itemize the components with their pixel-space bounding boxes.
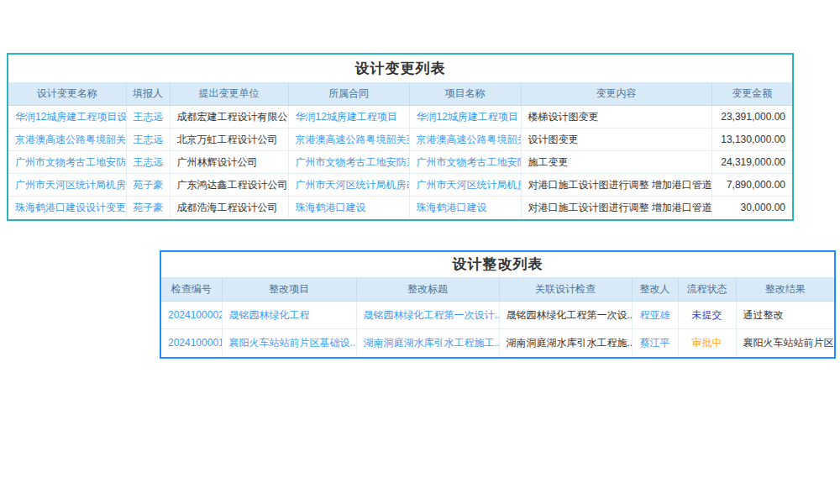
col-header-contract: 所属合同	[288, 82, 409, 106]
change-name-link[interactable]: 广州市天河区统计局机房改...	[8, 174, 126, 197]
propose-unit-cell: 北京万虹工程设计公司	[170, 129, 288, 151]
contract-link[interactable]: 华润12城房建工程项目	[288, 106, 409, 129]
reporter-link[interactable]: 王志远	[126, 106, 170, 129]
design-rectify-list-title: 设计整改列表	[161, 252, 834, 277]
change-name-link[interactable]: 广州市文物考古工地安防系...	[8, 151, 126, 174]
project-link[interactable]: 京港澳高速公路粤境韶关至...	[409, 129, 521, 151]
propose-unit-cell: 广东鸿达鑫工程设计公司	[170, 174, 288, 197]
design-change-list-title: 设计变更列表	[8, 55, 792, 82]
status-badge: 审批中	[678, 329, 736, 357]
propose-unit-cell: 成都浩海工程设计公司	[170, 197, 288, 219]
change-table-header-row: 设计变更名称 填报人 提出变更单位 所属合同 项目名称 变更内容 变更金额	[8, 82, 792, 106]
design-change-table: 设计变更名称 填报人 提出变更单位 所属合同 项目名称 变更内容 变更金额 华润…	[8, 82, 792, 219]
propose-unit-cell: 成都宏建工程设计有限公司	[170, 106, 288, 129]
change-amount-cell: 23,391,000.00	[711, 106, 792, 129]
status-badge: 未提交	[678, 302, 736, 329]
col-header-propose-unit: 提出变更单位	[170, 82, 288, 106]
project-link[interactable]: 珠海鹤港口建设	[409, 197, 521, 219]
propose-unit-cell: 广州林辉设计公司	[170, 151, 288, 174]
check-no-link[interactable]: 2024100002	[161, 302, 222, 329]
contract-link[interactable]: 广州市天河区统计局机房改...	[288, 174, 409, 197]
col-header-rectify-result: 整改结果	[736, 277, 834, 302]
change-amount-cell: 24,319,000.00	[711, 151, 792, 174]
table-row: 华润12城房建工程项目设计... 王志远 成都宏建工程设计有限公司 华润12城房…	[8, 106, 792, 129]
change-name-link[interactable]: 珠海鹤港口建设设计变更	[8, 197, 126, 219]
contract-link[interactable]: 珠海鹤港口建设	[288, 197, 409, 219]
col-header-project-name: 项目名称	[409, 82, 521, 106]
change-content-cell: 对港口施工设计图进行调整 增加港口管道建设工程	[521, 174, 711, 197]
rectify-project-link[interactable]: 晟铭园林绿化工程	[222, 302, 356, 329]
table-row: 2024100002 晟铭园林绿化工程 晟铭园林绿化工程第一次设计... 晟铭园…	[161, 302, 834, 329]
change-content-cell: 对港口施工设计图进行调整 增加港口管道建设工程	[521, 197, 711, 219]
change-amount-cell: 30,000.00	[711, 197, 792, 219]
col-header-check-no: 检查编号	[161, 277, 222, 302]
col-header-change-content: 变更内容	[521, 82, 711, 106]
change-name-link[interactable]: 京港澳高速公路粤境韶关至...	[8, 129, 126, 151]
rectify-table-header-row: 检查编号 整改项目 整改标题 关联设计检查 整改人 流程状态 整改结果	[161, 277, 834, 302]
table-row: 2024100001 襄阳火车站站前片区基础设... 湖南洞庭湖水库引水工程施工…	[161, 329, 834, 357]
change-name-link[interactable]: 华润12城房建工程项目设计...	[8, 106, 126, 129]
col-header-rectify-project: 整改项目	[222, 277, 356, 302]
rectify-person-link[interactable]: 程亚雄	[632, 302, 678, 329]
col-header-reporter: 填报人	[126, 82, 170, 106]
rectify-result-cell: 襄阳火车站站前片区...	[736, 329, 834, 357]
table-row: 广州市天河区统计局机房改... 苑子豪 广东鸿达鑫工程设计公司 广州市天河区统计…	[8, 174, 792, 197]
table-row: 珠海鹤港口建设设计变更 苑子豪 成都浩海工程设计公司 珠海鹤港口建设 珠海鹤港口…	[8, 197, 792, 219]
related-check-cell: 湖南洞庭湖水库引水工程施...	[499, 329, 632, 357]
rectify-title-link[interactable]: 晟铭园林绿化工程第一次设计...	[356, 302, 499, 329]
project-link[interactable]: 华润12城房建工程项目	[409, 106, 521, 129]
rectify-title-link[interactable]: 湖南洞庭湖水库引水工程施工...	[356, 329, 499, 357]
col-header-change-amount: 变更金额	[711, 82, 792, 106]
check-no-link[interactable]: 2024100001	[161, 329, 222, 357]
project-link[interactable]: 广州市天河区统计局机房改...	[409, 174, 521, 197]
col-header-rectify-title: 整改标题	[356, 277, 499, 302]
project-link[interactable]: 广州市文物考古工地安防系...	[409, 151, 521, 174]
change-content-cell: 设计图变更	[521, 129, 711, 151]
reporter-link[interactable]: 王志远	[126, 129, 170, 151]
col-header-change-name: 设计变更名称	[8, 82, 126, 106]
reporter-link[interactable]: 王志远	[126, 151, 170, 174]
table-row: 京港澳高速公路粤境韶关至... 王志远 北京万虹工程设计公司 京港澳高速公路粤境…	[8, 129, 792, 151]
reporter-link[interactable]: 苑子豪	[126, 197, 170, 219]
col-header-rectify-person: 整改人	[632, 277, 678, 302]
change-content-cell: 楼梯设计图变更	[521, 106, 711, 129]
change-content-cell: 施工变更	[521, 151, 711, 174]
rectify-person-link[interactable]: 蔡江平	[632, 329, 678, 357]
table-row: 广州市文物考古工地安防系... 王志远 广州林辉设计公司 广州市文物考古工地安防…	[8, 151, 792, 174]
reporter-link[interactable]: 苑子豪	[126, 174, 170, 197]
design-rectify-list-panel: 设计整改列表 检查编号 整改项目 整改标题 关联设计检查 整改人 流程状态 整改…	[160, 250, 836, 359]
contract-link[interactable]: 广州市文物考古工地安防系...	[288, 151, 409, 174]
design-rectify-table: 检查编号 整改项目 整改标题 关联设计检查 整改人 流程状态 整改结果 2024…	[161, 277, 834, 357]
contract-link[interactable]: 京港澳高速公路粤境韶关至...	[288, 129, 409, 151]
related-check-cell: 晟铭园林绿化工程第一次设...	[499, 302, 632, 329]
rectify-project-link[interactable]: 襄阳火车站站前片区基础设...	[222, 329, 356, 357]
rectify-result-cell: 通过整改	[736, 302, 834, 329]
col-header-flow-status: 流程状态	[678, 277, 736, 302]
change-amount-cell: 13,130,000.00	[711, 129, 792, 151]
col-header-related-check: 关联设计检查	[499, 277, 632, 302]
design-change-list-panel: 设计变更列表 设计变更名称 填报人 提出变更单位 所属合同 项目名称 变更内容 …	[7, 53, 794, 221]
change-amount-cell: 7,890,000.00	[711, 174, 792, 197]
